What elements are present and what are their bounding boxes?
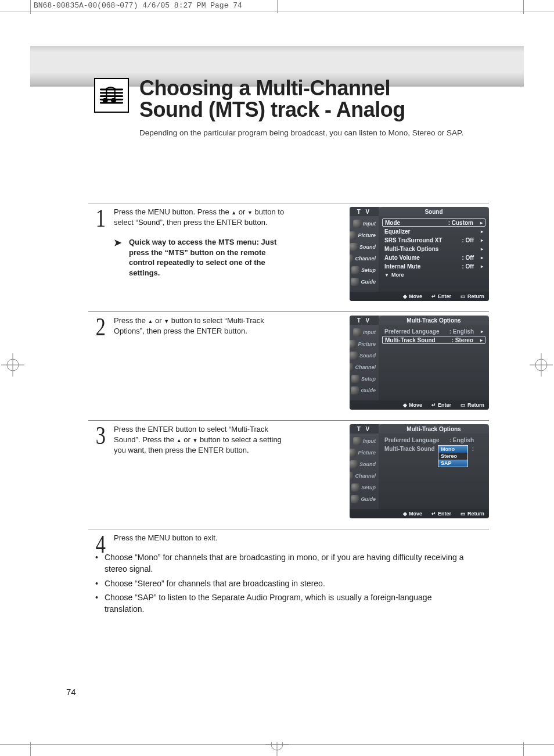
osd-sidebar: Input Picture Sound Channel Setup Guide [350, 433, 379, 509]
input-icon [353, 328, 361, 336]
notes-list: Choose “Mono” for channels that are broa… [95, 551, 466, 617]
step-2: 2 Press the or button to select “Multi-T… [88, 311, 489, 410]
enter-icon: ↵ [431, 293, 436, 299]
osd-row-auto-volume[interactable]: Auto Volume: Off▸ [382, 253, 485, 261]
osd-sidebar: Input Picture Sound Channel Setup Guide [350, 216, 379, 292]
setup-icon [351, 266, 359, 274]
osd-panel: Mode: Custom▸ Equalizer▸ SRS TruSurround… [379, 216, 489, 292]
step-number: 2 [92, 316, 106, 339]
sound-nav-icon [350, 352, 358, 360]
step-number: 3 [92, 424, 106, 447]
osd-title: Multi-Track Options [379, 424, 489, 433]
move-icon: ◆ [403, 293, 407, 299]
step-instruction: Press the MENU button. Press the or butt… [114, 207, 288, 278]
return-icon: ▭ [461, 511, 466, 517]
osd-sound-menu: T V Sound Input Picture Sound Channel Se… [350, 207, 489, 301]
print-header: BN68-00835A-00(068~077) 4/6/05 8:27 PM P… [34, 1, 242, 10]
page: Choosing a Multi-Channel Sound (MTS) tra… [30, 14, 524, 742]
up-arrow-icon [231, 207, 236, 216]
guide-icon [351, 495, 359, 503]
osd-panel: Preferred Language: English Multi-Track … [379, 433, 489, 509]
list-item: Choose “SAP” to listen to the Separate A… [95, 592, 466, 615]
osd-title: Multi-Track Options [379, 316, 489, 325]
enter-icon: ↵ [431, 511, 436, 517]
channel-icon [350, 363, 353, 371]
step-1: 1 Press the MENU button. Press the or bu… [88, 203, 489, 301]
osd-multi-track-sound-dropdown: T V Multi-Track Options Input Picture So… [350, 424, 489, 518]
osd-option-sap[interactable]: SAP [438, 460, 467, 467]
crop-tick-top [277, 0, 278, 13]
input-icon [353, 437, 361, 445]
steps: 1 Press the MENU button. Press the or bu… [88, 203, 489, 567]
chevron-down-icon: ▼ [384, 273, 389, 278]
step-number: 1 [92, 207, 106, 230]
list-item: Choose “Mono” for channels that are broa… [95, 551, 466, 575]
registration-mark-right [530, 353, 553, 377]
chevron-right-icon: ▸ [477, 329, 483, 334]
move-icon: ◆ [403, 511, 407, 517]
down-arrow-icon [247, 207, 253, 216]
sound-icon [94, 78, 129, 113]
osd-row-preferred-language[interactable]: Preferred Language: English [382, 436, 485, 444]
setup-icon [351, 483, 359, 492]
osd-multi-track-options: T V Multi-Track Options Input Picture So… [350, 316, 489, 410]
sound-nav-icon [350, 460, 358, 468]
page-number: 74 [66, 687, 76, 697]
page-subtitle: Depending on the particular program bein… [139, 128, 463, 137]
step-tip: ➤ Quick way to access the MTS menu: Just… [114, 237, 288, 278]
osd-tv-label: T V [350, 424, 379, 433]
tip-arrow-icon: ➤ [114, 237, 125, 278]
return-icon: ▭ [461, 402, 466, 408]
return-icon: ▭ [461, 293, 466, 299]
channel-icon [350, 255, 353, 263]
picture-icon [350, 231, 356, 239]
osd-dropdown-mts: Mono Stereo SAP [438, 445, 468, 467]
osd-row-mode[interactable]: Mode: Custom▸ [382, 218, 485, 227]
step-instruction: Press the or button to select “Multi-Tra… [114, 316, 288, 336]
osd-option-mono[interactable]: Mono [438, 446, 467, 453]
picture-icon [350, 449, 356, 457]
move-icon: ◆ [403, 402, 407, 408]
up-arrow-icon [177, 435, 182, 444]
step-instruction: Press the ENTER button to select “Multi-… [114, 424, 288, 456]
list-item: Choose “Stereo” for channels that are br… [95, 578, 466, 589]
osd-tv-label: T V [350, 316, 379, 325]
enter-icon: ↵ [431, 402, 436, 408]
osd-row-srs[interactable]: SRS TruSurround XT: Off▸ [382, 236, 485, 244]
chevron-right-icon: ▸ [477, 238, 483, 243]
chevron-right-icon: ▸ [477, 255, 483, 260]
chevron-right-icon: ▸ [477, 229, 483, 234]
step-instruction: Press the MENU button to exit. [114, 533, 489, 543]
osd-footer: ◆Move ↵Enter ▭Return [350, 292, 489, 301]
chevron-right-icon: ▸ [477, 220, 483, 225]
step-3: 3 Press the ENTER button to select “Mult… [88, 420, 489, 518]
osd-row-equalizer[interactable]: Equalizer▸ [382, 227, 485, 235]
chevron-right-icon: ▸ [477, 338, 483, 343]
osd-sidebar: Input Picture Sound Channel Setup Guide [350, 325, 379, 400]
osd-row-multi-track-sound[interactable]: Multi-Track Sound: Stereo▸ [382, 336, 485, 344]
registration-mark-left [1, 353, 24, 377]
osd-tv-label: T V [350, 207, 379, 216]
osd-row-multi-track-options[interactable]: Multi-Track Options▸ [382, 245, 485, 253]
osd-option-stereo[interactable]: Stereo [438, 453, 467, 460]
guide-icon [351, 386, 359, 395]
down-arrow-icon [192, 435, 197, 444]
setup-icon [351, 375, 359, 383]
input-icon [353, 220, 361, 228]
osd-panel: Preferred Language: English▸ Multi-Track… [379, 325, 489, 400]
svg-point-14 [103, 99, 107, 102]
osd-footer: ◆Move ↵Enter ▭Return [350, 400, 489, 410]
svg-point-15 [111, 99, 116, 102]
osd-row-preferred-language[interactable]: Preferred Language: English▸ [382, 327, 485, 335]
down-arrow-icon [164, 316, 169, 325]
osd-row-internal-mute[interactable]: Internal Mute: Off▸ [382, 262, 485, 270]
osd-title: Sound [379, 207, 489, 216]
guide-icon [351, 278, 359, 286]
osd-more[interactable]: ▼More [382, 271, 485, 279]
picture-icon [350, 340, 356, 348]
page-title: Choosing a Multi-Channel Sound (MTS) tra… [139, 78, 463, 120]
chevron-right-icon: ▸ [477, 264, 483, 269]
osd-row-multi-track-sound[interactable]: Multi-Track Sound: [382, 445, 485, 453]
sound-nav-icon [350, 243, 358, 251]
channel-icon [350, 472, 353, 480]
